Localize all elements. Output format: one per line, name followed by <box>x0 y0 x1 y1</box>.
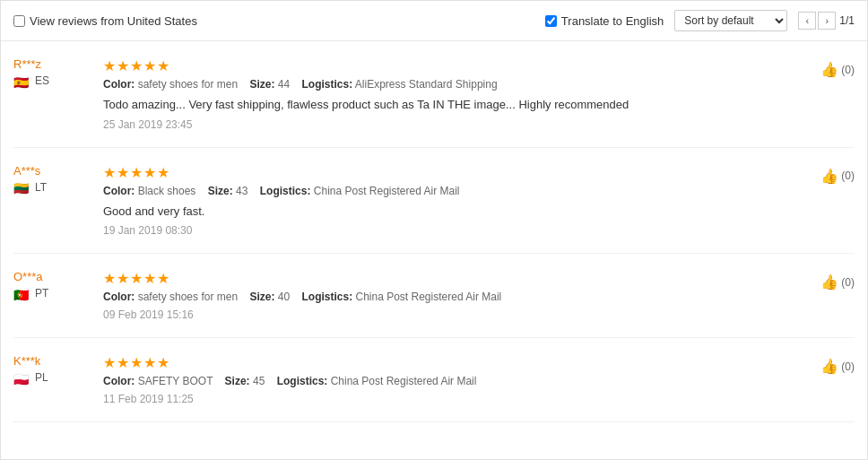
view-reviews-checkbox[interactable] <box>13 15 25 27</box>
size-label: Size: <box>249 291 274 303</box>
page-info: 1/1 <box>839 14 855 27</box>
table-row: K***k 🇵🇱 PL ★★★★★ Color: SAFETY BOOT Siz… <box>13 338 855 422</box>
helpful-button[interactable]: 👍 (0) <box>820 61 855 78</box>
reviewer-info: R***z 🇪🇸 ES <box>13 57 94 131</box>
helpful-button[interactable]: 👍 (0) <box>820 168 855 185</box>
review-content: ★★★★★ Color: Black shoes Size: 43 Logist… <box>94 164 855 238</box>
review-meta: Color: Black shoes Size: 43 Logistics: C… <box>103 185 855 197</box>
country-code: PL <box>35 371 48 384</box>
size-value: 43 <box>236 185 247 197</box>
reviewer-name: O***a <box>13 270 94 283</box>
logistics-value: China Post Registered Air Mail <box>314 185 460 197</box>
logistics-value: China Post Registered Air Mail <box>331 375 477 387</box>
helpful-button[interactable]: 👍 (0) <box>820 358 855 375</box>
translate-text: Translate to English <box>561 14 664 28</box>
flag-icon: 🇱🇹 <box>13 181 31 193</box>
review-date: 19 Jan 2019 08:30 <box>103 224 855 237</box>
color-label: Color: <box>103 375 135 387</box>
thumbs-up-icon: 👍 <box>820 358 838 375</box>
helpful-count: (0) <box>841 276 855 289</box>
country-code: ES <box>35 74 49 87</box>
helpful-count: (0) <box>841 360 855 373</box>
sort-select[interactable]: Sort by default Sort by date Sort by rat… <box>674 10 787 31</box>
size-value: 40 <box>278 291 290 303</box>
table-row: R***z 🇪🇸 ES ★★★★★ Color: safety shoes fo… <box>13 41 855 148</box>
helpful-button[interactable]: 👍 (0) <box>820 273 855 291</box>
color-value: Black shoes <box>138 185 196 197</box>
thumbs-up-icon: 👍 <box>820 61 838 78</box>
color-label: Color: <box>103 78 135 91</box>
color-value: safety shoes for men <box>138 291 238 303</box>
reviewer-country: 🇪🇸 ES <box>13 74 94 87</box>
reviewer-info: O***a 🇵🇹 PT <box>13 270 94 321</box>
size-label: Size: <box>208 185 233 197</box>
star-rating: ★★★★★ <box>103 354 855 371</box>
table-row: A***s 🇱🇹 LT ★★★★★ Color: Black shoes Siz… <box>13 148 855 255</box>
view-reviews-text: View reviews from United States <box>30 14 197 28</box>
header-left: View reviews from United States <box>13 14 197 28</box>
review-meta: Color: safety shoes for men Size: 44 Log… <box>103 78 855 91</box>
translate-checkbox[interactable] <box>545 15 557 27</box>
review-content: ★★★★★ Color: safety shoes for men Size: … <box>94 57 855 131</box>
logistics-value: China Post Registered Air Mail <box>355 291 501 303</box>
reviewer-info: K***k 🇵🇱 PL <box>13 354 94 405</box>
size-label: Size: <box>249 78 274 91</box>
review-meta: Color: SAFETY BOOT Size: 45 Logistics: C… <box>103 375 855 387</box>
review-date: 09 Feb 2019 15:16 <box>103 308 855 321</box>
star-rating: ★★★★★ <box>103 57 855 74</box>
header-right: Translate to English Sort by default Sor… <box>545 10 855 31</box>
logistics-label: Logistics: <box>260 185 311 197</box>
reviewer-country: 🇵🇱 PL <box>13 371 94 384</box>
header-bar: View reviews from United States Translat… <box>1 1 867 41</box>
reviewer-name: R***z <box>13 57 94 71</box>
helpful-count: (0) <box>841 169 855 182</box>
review-content: ★★★★★ Color: SAFETY BOOT Size: 45 Logist… <box>94 354 855 405</box>
star-rating: ★★★★★ <box>103 164 855 181</box>
logistics-label: Logistics: <box>301 291 352 303</box>
page-total: 1 <box>848 14 855 27</box>
thumbs-up-icon: 👍 <box>820 168 838 185</box>
size-value: 44 <box>278 78 290 91</box>
country-code: PT <box>35 287 48 299</box>
review-date: 25 Jan 2019 23:45 <box>103 118 855 131</box>
flag-icon: 🇪🇸 <box>13 75 31 87</box>
reviews-list: R***z 🇪🇸 ES ★★★★★ Color: safety shoes fo… <box>1 41 867 422</box>
logistics-label: Logistics: <box>301 78 352 91</box>
flag-icon: 🇵🇱 <box>13 372 31 384</box>
reviewer-name: A***s <box>13 164 94 178</box>
prev-page-button[interactable]: ‹ <box>798 12 816 30</box>
reviewer-country: 🇱🇹 LT <box>13 181 94 194</box>
flag-icon: 🇵🇹 <box>13 288 31 299</box>
review-text: Todo amazing... Very fast shipping, flaw… <box>103 96 855 114</box>
view-reviews-label[interactable]: View reviews from United States <box>13 14 197 28</box>
logistics-label: Logistics: <box>277 375 328 387</box>
reviewer-name: K***k <box>13 354 94 368</box>
reviewer-country: 🇵🇹 PT <box>13 287 94 299</box>
star-rating: ★★★★★ <box>103 270 855 287</box>
pagination: ‹ › 1/1 <box>798 12 855 30</box>
review-text: Good and very fast. <box>103 203 855 221</box>
thumbs-up-icon: 👍 <box>820 273 838 291</box>
color-value: safety shoes for men <box>138 78 238 91</box>
reviewer-info: A***s 🇱🇹 LT <box>13 164 94 238</box>
helpful-count: (0) <box>841 64 855 76</box>
logistics-value: AliExpress Standard Shipping <box>355 78 498 91</box>
reviews-container: View reviews from United States Translat… <box>0 0 868 460</box>
color-value: SAFETY BOOT <box>138 375 213 387</box>
review-meta: Color: safety shoes for men Size: 40 Log… <box>103 291 855 303</box>
color-label: Color: <box>103 291 135 303</box>
next-page-button[interactable]: › <box>818 12 836 30</box>
translate-label[interactable]: Translate to English <box>545 14 664 28</box>
review-date: 11 Feb 2019 11:25 <box>103 393 855 405</box>
size-label: Size: <box>225 375 250 387</box>
country-code: LT <box>35 181 47 194</box>
review-content: ★★★★★ Color: safety shoes for men Size: … <box>94 270 855 321</box>
page-current: 1 <box>839 14 846 27</box>
size-value: 45 <box>253 375 265 387</box>
color-label: Color: <box>103 185 135 197</box>
table-row: O***a 🇵🇹 PT ★★★★★ Color: safety shoes fo… <box>13 254 855 338</box>
